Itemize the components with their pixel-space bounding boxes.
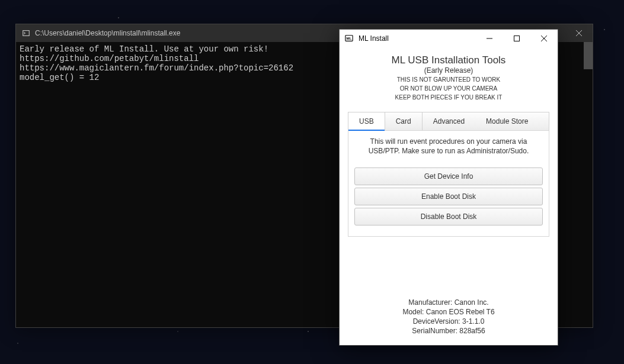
ml-warning-line: KEEP BOTH PIECES IF YOU BREAK IT xyxy=(348,94,549,101)
terminal-icon xyxy=(22,29,30,37)
device-info: Manufacturer: Canon Inc. Model: Canon EO… xyxy=(348,298,549,336)
svg-line-3 xyxy=(576,30,582,36)
disable-boot-disk-button[interactable]: Disable Boot Disk xyxy=(354,208,543,226)
tab-advanced[interactable]: Advanced xyxy=(423,112,475,130)
terminal-scroll-thumb[interactable] xyxy=(584,42,593,69)
ml-usb-panel: This will run event procedures on your c… xyxy=(348,131,549,237)
svg-text:ML: ML xyxy=(347,36,352,40)
ml-install-window: ML ML Install ML USB Installation Tools … xyxy=(339,29,558,346)
svg-line-4 xyxy=(576,30,582,36)
ml-usb-description: This will run event procedures on your c… xyxy=(354,137,543,156)
device-version: DeviceVersion: 3-1.1.0 xyxy=(348,317,549,326)
ml-heading: ML USB Installation Tools xyxy=(348,54,549,66)
svg-rect-8 xyxy=(514,36,520,41)
terminal-close-button[interactable] xyxy=(565,24,593,42)
device-model: Model: Canon EOS Rebel T6 xyxy=(348,307,549,317)
ml-tabs: USB Card Advanced Module Store xyxy=(348,112,549,131)
enable-boot-disk-button[interactable]: Enable Boot Disk xyxy=(354,188,543,205)
ml-content-area: ML USB Installation Tools (Early Release… xyxy=(340,47,558,345)
device-manufacturer: Manufacturer: Canon Inc. xyxy=(348,298,549,307)
ml-warning-line: OR NOT BLOW UP YOUR CAMERA xyxy=(348,85,549,92)
ml-titlebar[interactable]: ML ML Install xyxy=(340,30,558,47)
tab-usb[interactable]: USB xyxy=(348,112,385,130)
ml-app-icon: ML xyxy=(344,34,354,43)
ml-window-title: ML Install xyxy=(359,34,476,43)
get-device-info-button[interactable]: Get Device Info xyxy=(354,167,543,185)
ml-warning-line: THIS IS NOT GARUNTEED TO WORK xyxy=(348,76,549,83)
terminal-scrollbar[interactable] xyxy=(584,42,593,327)
tab-module-store[interactable]: Module Store xyxy=(475,112,539,130)
ml-maximize-button[interactable] xyxy=(503,30,530,47)
ml-close-button[interactable] xyxy=(530,30,558,47)
ml-subtitle: (Early Release) xyxy=(348,66,549,75)
ml-minimize-button[interactable] xyxy=(476,30,503,47)
device-serial: SerialNumber: 828af56 xyxy=(348,326,549,336)
svg-rect-0 xyxy=(23,31,30,36)
tab-card[interactable]: Card xyxy=(385,112,423,130)
